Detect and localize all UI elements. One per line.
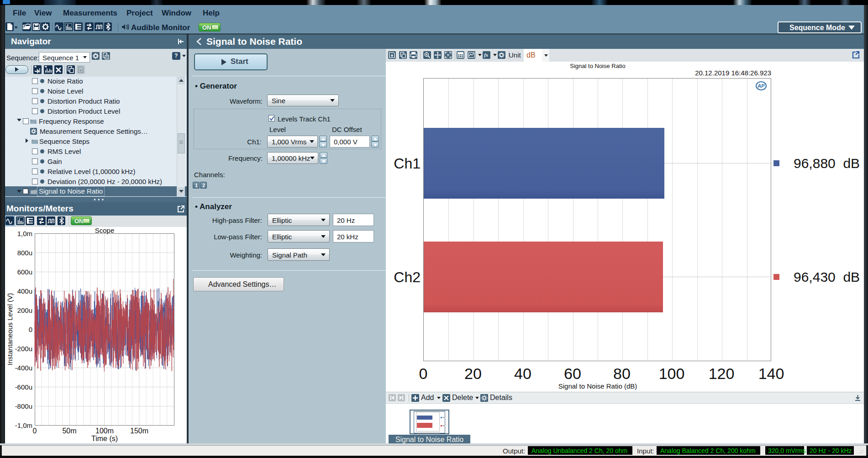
svg-text:-800u: -800u	[15, 402, 32, 410]
svg-text:-400u: -400u	[15, 364, 32, 372]
svg-text:50m: 50m	[62, 427, 76, 435]
svg-text:1,0m: 1,0m	[17, 230, 32, 237]
svg-text:0: 0	[29, 326, 32, 333]
svg-text:0: 0	[33, 427, 37, 435]
svg-text:AP: AP	[757, 83, 765, 89]
svg-text:-1,0m: -1,0m	[15, 421, 32, 429]
svg-text:100m: 100m	[95, 427, 114, 435]
svg-text:400u: 400u	[17, 287, 32, 295]
svg-text:200u: 200u	[17, 306, 32, 314]
svg-text:fx: fx	[484, 53, 488, 58]
svg-text:Scope: Scope	[95, 227, 115, 234]
svg-text:Time (s): Time (s)	[91, 435, 118, 442]
svg-text:-600u: -600u	[15, 383, 32, 391]
svg-text:Instantaneous Level (V): Instantaneous Level (V)	[6, 293, 14, 365]
svg-text:800u: 800u	[17, 249, 32, 257]
svg-text:-200u: -200u	[15, 345, 32, 353]
svg-text:150m: 150m	[130, 427, 148, 435]
svg-text:600u: 600u	[17, 268, 32, 276]
